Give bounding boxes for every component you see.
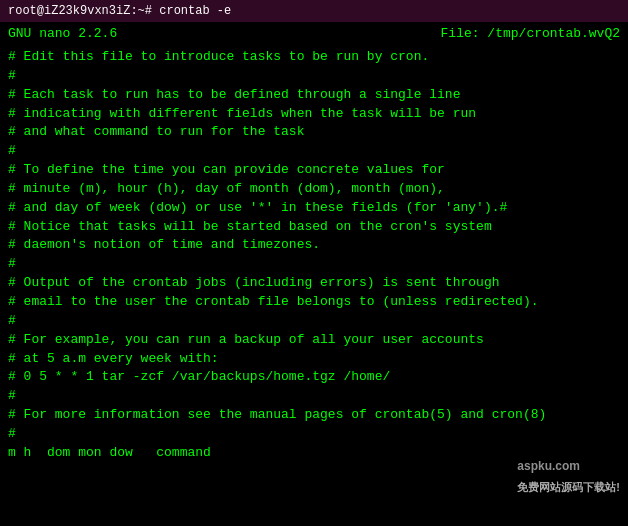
- watermark-text: aspku.com免费网站源码下载站!: [517, 459, 620, 494]
- line: # and what command to run for the task: [8, 123, 620, 142]
- line: # Output of the crontab jobs (including …: [8, 274, 620, 293]
- line: # Edit this file to introduce tasks to b…: [8, 48, 620, 67]
- line: # Notice that tasks will be started base…: [8, 218, 620, 237]
- line: #: [8, 312, 620, 331]
- line: # email to the user the crontab file bel…: [8, 293, 620, 312]
- line: #: [8, 255, 620, 274]
- nano-version: GNU nano 2.2.6: [8, 26, 117, 41]
- watermark-com: .com: [552, 459, 580, 473]
- line: #: [8, 387, 620, 406]
- line: # daemon's notion of time and timezones.: [8, 236, 620, 255]
- line: # Each task to run has to be defined thr…: [8, 86, 620, 105]
- title-text: root@iZ23k9vxn3iZ:~# crontab -e: [8, 4, 231, 18]
- line: #: [8, 142, 620, 161]
- terminal-window: root@iZ23k9vxn3iZ:~# crontab -e GNU nano…: [0, 0, 628, 526]
- line: # 0 5 * * 1 tar -zcf /var/backups/home.t…: [8, 368, 620, 387]
- line: # minute (m), hour (h), day of month (do…: [8, 180, 620, 199]
- file-name: File: /tmp/crontab.wvQ2: [441, 26, 620, 41]
- line: # at 5 a.m every week with:: [8, 350, 620, 369]
- title-bar: root@iZ23k9vxn3iZ:~# crontab -e: [0, 0, 628, 22]
- line: # For example, you can run a backup of a…: [8, 331, 620, 350]
- watermark-note: 免费网站源码下载站!: [517, 481, 620, 493]
- nano-header: GNU nano 2.2.6 File: /tmp/crontab.wvQ2: [0, 22, 628, 44]
- line: #: [8, 67, 620, 86]
- line: # indicating with different fields when …: [8, 105, 620, 124]
- line: # For more information see the manual pa…: [8, 406, 620, 425]
- watermark: aspku.com免费网站源码下载站!: [517, 454, 620, 496]
- line: # and day of week (dow) or use '*' in th…: [8, 199, 620, 218]
- line: #: [8, 425, 620, 444]
- line: # To define the time you can provide con…: [8, 161, 620, 180]
